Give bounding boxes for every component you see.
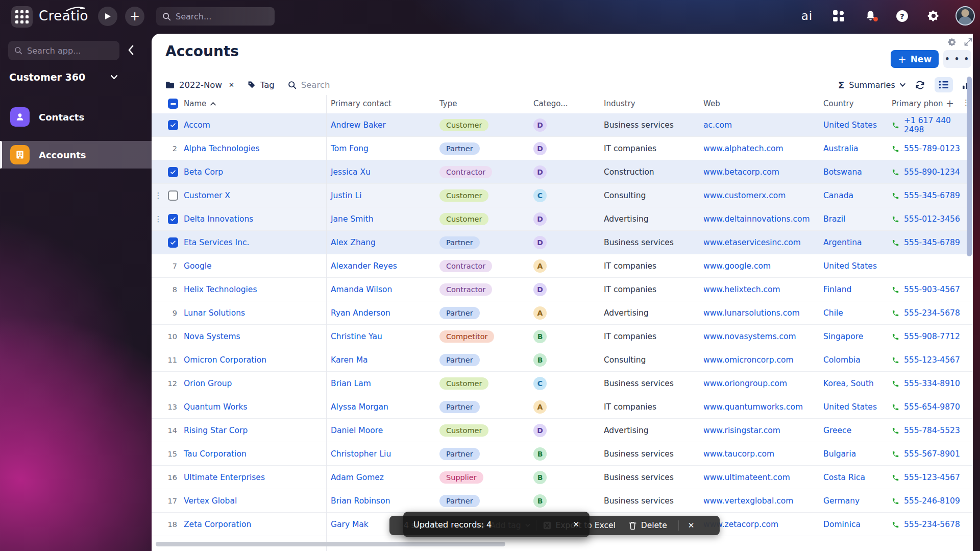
table-row[interactable]: 9Lunar SolutionsRyan AndersonPartnerAAdv… [152, 301, 973, 325]
refresh-button[interactable] [915, 80, 925, 90]
contact-link[interactable]: Karen Ma [331, 348, 368, 372]
country-link[interactable]: Argentina [823, 231, 862, 254]
table-search-button[interactable]: Search [288, 80, 330, 90]
web-link[interactable]: www.omicroncorp.com [703, 348, 794, 372]
contact-link[interactable]: Brian Lam [331, 372, 371, 395]
web-link[interactable]: www.oriongroup.com [703, 372, 787, 395]
app-search-input[interactable]: Search app... [8, 41, 119, 60]
phone-link[interactable]: 555-234-5678 [904, 513, 960, 536]
web-link[interactable]: www.novasystems.com [703, 325, 796, 348]
row-checkbox[interactable] [168, 184, 178, 207]
close-toast-icon[interactable]: ✕ [573, 520, 579, 529]
contact-link[interactable]: Alex Zhang [331, 231, 376, 254]
phone-link[interactable]: 555-345-6789 [904, 231, 960, 254]
country-link[interactable]: Dominica [823, 513, 861, 536]
account-name-link[interactable]: Accom [184, 113, 210, 137]
country-link[interactable]: United States [823, 254, 877, 278]
summaries-button[interactable]: Σ Summaries [838, 80, 905, 90]
column-header-country[interactable]: Country [823, 99, 854, 108]
phone-link[interactable]: 555-123-4567 [904, 466, 960, 489]
country-link[interactable]: Costa Rica [823, 466, 865, 489]
table-row[interactable]: AccomAndrew BakerCustomerDBusiness servi… [152, 113, 973, 137]
country-link[interactable]: Chile [823, 301, 843, 325]
web-link[interactable]: www.alphatech.com [703, 137, 783, 160]
remove-filter-icon[interactable]: ✕ [229, 81, 234, 89]
web-link[interactable]: www.helixtech.com [703, 278, 780, 301]
web-link[interactable]: www.lunarsolutions.com [703, 301, 800, 325]
country-link[interactable]: Canada [823, 184, 853, 207]
account-name-link[interactable]: Lunar Solutions [184, 301, 245, 325]
table-row[interactable]: ⋮Customer XJustin LiCustomerCConsultingw… [152, 184, 973, 207]
row-kebab-icon[interactable]: ⋮ [154, 184, 162, 207]
new-button[interactable]: +New [891, 50, 939, 68]
column-header-name[interactable]: Name [184, 99, 216, 108]
global-search-input[interactable]: Search... [156, 7, 275, 26]
contact-link[interactable]: Alexander Reyes [331, 254, 397, 278]
contact-link[interactable]: Christopher Liu [331, 442, 391, 466]
row-checkbox[interactable] [168, 207, 178, 231]
table-row[interactable]: 14Rising Star CorpDaniel MooreCustomerDA… [152, 419, 973, 442]
table-row[interactable]: 11Omicron CorporationKaren MaPartnerBCon… [152, 348, 973, 372]
table-row[interactable]: Beta CorpJessica XuContractorDConstructi… [152, 160, 973, 184]
web-link[interactable]: ac.com [703, 113, 732, 137]
phone-link[interactable]: 555-234-5678 [904, 301, 960, 325]
country-link[interactable]: Korea, South [823, 372, 874, 395]
column-header-primary-phone[interactable]: Primary phon [892, 99, 943, 108]
web-link[interactable]: www.ultimateent.com [703, 466, 790, 489]
contact-link[interactable]: Tom Fong [331, 137, 369, 160]
horizontal-scrollbar[interactable] [156, 542, 505, 546]
page-settings-gear-icon[interactable] [948, 38, 957, 46]
phone-link[interactable]: 555-890-1234 [904, 160, 960, 184]
tag-filter-button[interactable]: Tag [248, 80, 275, 90]
account-name-link[interactable]: Quantum Works [184, 395, 248, 419]
column-header-type[interactable]: Type [439, 99, 457, 108]
more-actions-button[interactable]: • • • [943, 50, 971, 68]
account-name-link[interactable]: Delta Innovations [184, 207, 253, 231]
account-name-link[interactable]: Vertex Global [184, 489, 237, 513]
account-name-link[interactable]: Beta Corp [184, 160, 223, 184]
phone-link[interactable]: 555-654-9870 [904, 395, 960, 419]
country-link[interactable]: Germany [823, 489, 860, 513]
workplaces-button[interactable] [823, 10, 854, 22]
account-name-link[interactable]: Omicron Corporation [184, 348, 266, 372]
country-link[interactable]: Greece [823, 419, 851, 442]
contact-link[interactable]: Adam Gomez [331, 466, 384, 489]
contact-link[interactable]: Brian Robinson [331, 489, 390, 513]
table-row[interactable]: 8Helix TechnologiesAmanda WilsonContract… [152, 278, 973, 301]
account-name-link[interactable]: Orion Group [184, 372, 232, 395]
account-name-link[interactable]: Tau Corporation [184, 442, 247, 466]
user-avatar[interactable] [955, 6, 975, 26]
country-link[interactable]: United States [823, 395, 877, 419]
close-selection-bar-icon[interactable]: ✕ [688, 521, 695, 530]
country-link[interactable]: Finland [823, 278, 851, 301]
account-name-link[interactable]: Customer X [184, 184, 230, 207]
phone-link[interactable]: 555-345-6789 [904, 184, 960, 207]
contact-link[interactable]: Justin Li [331, 184, 362, 207]
table-row[interactable]: 15Tau CorporationChristopher LiuPartnerB… [152, 442, 973, 466]
web-link[interactable]: www.google.com [703, 254, 771, 278]
web-link[interactable]: www.taucorp.com [703, 442, 774, 466]
help-button[interactable]: ? [886, 10, 918, 22]
web-link[interactable]: www.betacorp.com [703, 160, 779, 184]
country-link[interactable]: United States [823, 113, 877, 137]
app-launcher-icon[interactable] [11, 6, 33, 28]
table-row[interactable]: 12Orion GroupBrian LamCustomerCBusiness … [152, 372, 973, 395]
row-kebab-icon[interactable]: ⋮ [154, 207, 162, 231]
contact-link[interactable]: Christine Yau [331, 325, 382, 348]
phone-link[interactable]: 555-012-3456 [904, 207, 960, 231]
account-name-link[interactable]: Nova Systems [184, 325, 240, 348]
column-header-web[interactable]: Web [703, 99, 720, 108]
country-link[interactable]: Brazil [823, 207, 845, 231]
table-row[interactable]: ⋮Delta InnovationsJane SmithCustomerDAdv… [152, 207, 973, 231]
country-link[interactable]: Singapore [823, 325, 863, 348]
account-name-link[interactable]: Helix Technologies [184, 278, 257, 301]
contact-link[interactable]: Jessica Xu [331, 160, 371, 184]
web-link[interactable]: www.deltainnovations.com [703, 207, 810, 231]
contact-link[interactable]: Jane Smith [331, 207, 374, 231]
sidebar-collapse-button[interactable] [128, 45, 134, 55]
account-name-link[interactable]: Zeta Corporation [184, 513, 251, 536]
phone-link[interactable]: 555-784-5523 [904, 419, 960, 442]
country-link[interactable]: Australia [823, 137, 859, 160]
country-link[interactable]: Bulgaria [823, 442, 856, 466]
contact-link[interactable]: Amanda Wilson [331, 278, 392, 301]
